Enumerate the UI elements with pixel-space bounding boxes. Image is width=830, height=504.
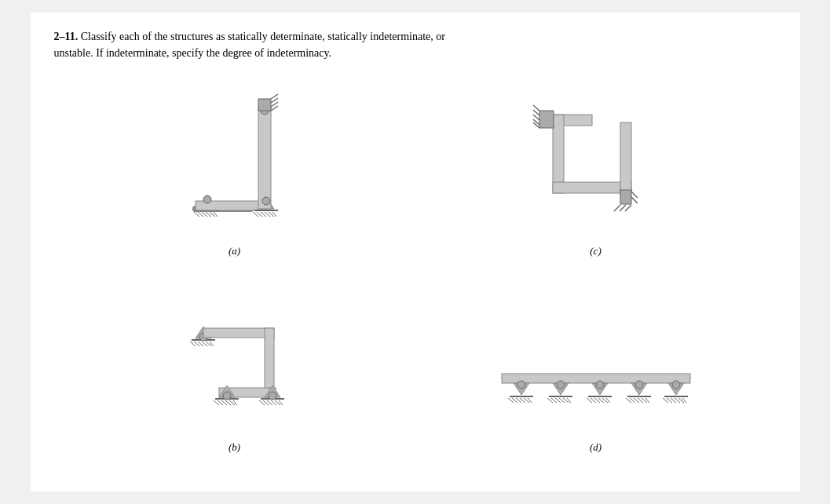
svg-point-91 [557,381,565,389]
svg-point-82 [517,381,525,389]
svg-rect-30 [620,122,631,193]
figure-b-svg [148,272,321,436]
figure-c: (c) [415,69,777,265]
figure-b: (b) [54,265,415,462]
svg-rect-29 [553,182,631,193]
svg-line-39 [620,205,626,211]
figure-b-label: (b) [229,441,240,454]
figure-d: (d) [415,265,777,462]
problem-text: 2–11. Classify each of the structures as… [54,28,447,61]
svg-line-41 [631,197,638,203]
figure-a-svg [148,83,321,240]
svg-point-100 [596,381,604,389]
svg-rect-31 [539,111,554,128]
figure-a: (a) [54,69,415,265]
figure-c-svg [510,83,682,240]
svg-rect-53 [265,328,274,395]
svg-point-25 [262,197,270,205]
figures-container: (a) [54,69,777,462]
svg-point-72 [269,392,276,400]
figure-c-label: (c) [590,245,601,257]
svg-rect-37 [620,190,631,204]
problem-description: Classify each of the structures as stati… [54,31,445,59]
svg-line-32 [533,105,539,111]
svg-line-38 [614,205,620,211]
figure-d-label: (d) [590,441,601,454]
svg-rect-73 [502,374,690,383]
figure-d-svg [486,342,706,436]
problem-number: 2–11. [54,31,79,42]
svg-line-42 [631,192,638,198]
svg-rect-18 [258,107,271,209]
svg-rect-20 [258,99,271,111]
page: 2–11. Classify each of the structures as… [31,13,800,491]
svg-rect-52 [203,328,274,338]
svg-line-40 [625,205,631,211]
svg-point-26 [203,195,211,203]
svg-line-34 [533,115,539,120]
svg-point-109 [635,381,643,389]
svg-point-118 [672,381,680,389]
svg-line-33 [533,110,539,115]
svg-rect-28 [553,115,564,193]
figure-a-label: (a) [229,245,240,257]
svg-point-63 [223,392,231,400]
